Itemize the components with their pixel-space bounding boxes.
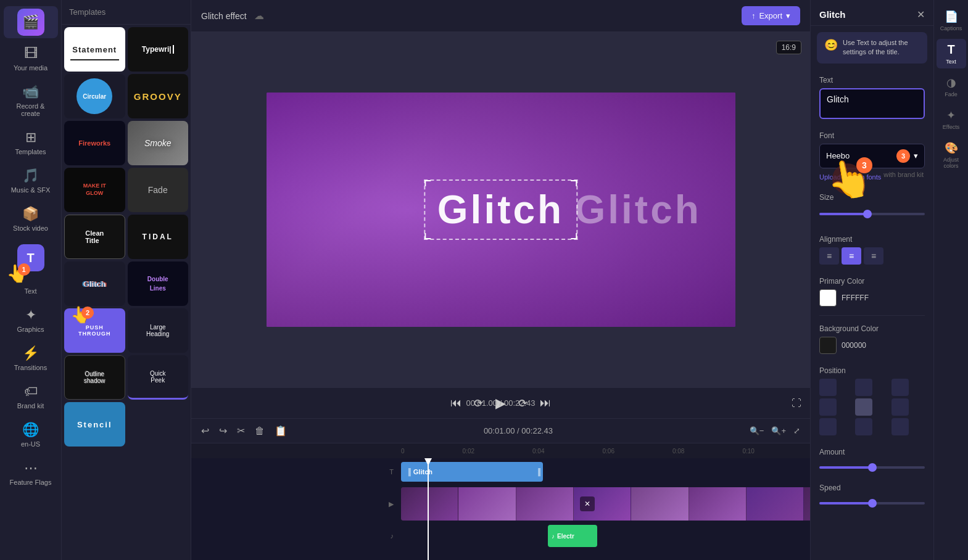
sidebar-item-language[interactable]: 🌐 en-US [4, 417, 58, 453]
copy-button[interactable]: 📋 [272, 422, 289, 439]
sidebar-item-label: Transitions [14, 364, 47, 371]
feature-flags-icon: ⋯ [24, 460, 38, 476]
ri-fade[interactable]: ◑ Fade [937, 72, 966, 101]
speed-slider[interactable] [819, 502, 925, 504]
template-stencil[interactable]: Stencil [64, 402, 125, 447]
props-bg-color-section: Background Color 000000 [811, 318, 933, 360]
pos-tl-button[interactable] [819, 379, 837, 396]
template-smoke[interactable]: Smoke [128, 121, 189, 165]
export-button[interactable]: ↑ Export ▾ [742, 6, 800, 25]
template-pushthrough[interactable]: PUSHTHROUGH [64, 308, 125, 353]
glitch-clip[interactable]: Glitch [401, 462, 543, 482]
align-center-button[interactable]: ≡ [842, 247, 861, 265]
sidebar-item-stock[interactable]: 📦 Stock video [4, 201, 58, 237]
sidebar-item-feature-flags[interactable]: ⋯ Feature Flags [4, 455, 58, 491]
audio-clip[interactable]: ♪ Electr [548, 525, 597, 547]
fullscreen-button[interactable]: ⛶ [792, 398, 801, 409]
sidebar-item-brand-kit[interactable]: 🏷 Brand kit [4, 379, 58, 414]
zoom-in-button[interactable]: 🔍+ [769, 424, 788, 438]
glitch-text-container[interactable]: Glitch [424, 179, 577, 240]
props-font-section: Font Heebo 3 ▾ Upload custom fonts with … [811, 125, 933, 187]
template-makeitglow[interactable]: MAKE ITGLOW [64, 168, 125, 212]
pos-tr-button[interactable] [891, 379, 909, 396]
template-largeheading[interactable]: LargeHeading [128, 308, 189, 353]
skip-back-button[interactable]: ⏮ [450, 397, 461, 410]
align-left-button[interactable]: ≡ [819, 247, 839, 265]
sidebar-item-logo[interactable]: 🎬 [4, 6, 58, 38]
canvas-preview: Glitch Glitch [267, 93, 735, 327]
bg-color-swatch[interactable] [819, 337, 837, 354]
skip-forward-button[interactable]: ⏭ [540, 397, 551, 410]
primary-color-label: Primary Color [819, 277, 925, 286]
zoom-out-button[interactable]: 🔍− [747, 424, 767, 438]
sidebar-item-label: Record &create [17, 102, 45, 117]
audio-clip-label: Electr [557, 533, 574, 540]
template-groovy[interactable]: GROOVY [128, 74, 189, 118]
chevron-down-icon: ▾ [786, 11, 790, 20]
size-slider[interactable] [819, 213, 925, 215]
template-typewriter[interactable]: Typewri| [128, 27, 189, 72]
sidebar-item-record[interactable]: 📹 Record &create [4, 79, 58, 122]
template-fade[interactable]: Fade [128, 168, 189, 212]
position-grid [819, 379, 925, 435]
effects-icon: ✦ [946, 109, 956, 122]
align-right-button[interactable]: ≡ [864, 247, 883, 265]
template-glitch[interactable]: Glitch 👆 2 [64, 261, 125, 306]
glitch-main-text[interactable]: Glitch [424, 179, 577, 240]
sidebar-item-label: Stock video [13, 224, 48, 232]
sidebar-item-your-media[interactable]: 🎞 Your media [4, 41, 58, 76]
pos-bc-button[interactable] [855, 418, 872, 435]
pos-tc-button[interactable] [855, 379, 872, 396]
template-doublelines[interactable]: DoubleLines [128, 261, 189, 306]
ri-captions[interactable]: 📄 Captions [937, 6, 966, 35]
cut-button[interactable]: ✂ [234, 422, 247, 439]
pos-mc-button[interactable] [855, 398, 872, 416]
template-cleantitle[interactable]: CleanTitle [64, 215, 125, 259]
playhead[interactable] [428, 458, 429, 560]
props-panel-title: Glitch [819, 9, 846, 20]
primary-color-swatch[interactable] [819, 289, 837, 307]
captions-label: Captions [940, 25, 962, 31]
template-statement[interactable]: Statement [64, 27, 125, 72]
video-strip-x-icon: ✕ [580, 496, 595, 511]
record-icon: 📹 [22, 84, 39, 100]
fade-icon: ◑ [946, 76, 956, 89]
pos-mr-button[interactable] [891, 398, 909, 416]
pos-bl-button[interactable] [819, 418, 837, 435]
graphics-icon: ✦ [25, 307, 36, 323]
effects-label: Effects [943, 124, 959, 130]
sidebar-item-transitions[interactable]: ⚡ Transitions [4, 340, 58, 376]
template-quickpeek[interactable]: QuickPeek [128, 355, 189, 400]
sidebar-item-graphics[interactable]: ✦ Graphics [4, 302, 58, 338]
font-selector[interactable]: Heebo 3 ▾ [819, 144, 925, 168]
props-close-button[interactable]: ✕ [917, 9, 925, 20]
sidebar-item-music[interactable]: 🎵 Music & SFX [4, 163, 58, 199]
video-strip[interactable]: ✕ [401, 487, 810, 521]
ri-text[interactable]: T Text [937, 39, 966, 68]
template-tidal[interactable]: TIDAL [128, 215, 189, 259]
ri-adjust-colors[interactable]: 🎨 Adjust colors [937, 138, 966, 173]
delete-button[interactable]: 🗑 [252, 423, 267, 439]
pos-br-button[interactable] [891, 418, 909, 435]
amount-slider[interactable] [819, 466, 925, 469]
redo-button[interactable]: ↪ [217, 422, 230, 439]
fade-label: Fade [945, 91, 958, 97]
text-input[interactable]: Glitch [819, 88, 925, 119]
upload-fonts-link[interactable]: Upload custom fonts [819, 173, 881, 181]
templates-grid: Statement Typewri| Circular GROOVY Firew… [62, 25, 191, 449]
sidebar-item-label: Brand kit [17, 402, 44, 410]
fit-button[interactable]: ⤢ [791, 424, 803, 438]
undo-button[interactable]: ↩ [199, 422, 212, 439]
tooltip-text: Use Text to adjust the settings of the t… [843, 38, 920, 57]
template-outlineshadow[interactable]: Outlineshadow [64, 355, 125, 400]
template-circular[interactable]: Circular [64, 74, 125, 118]
pos-ml-button[interactable] [819, 398, 837, 416]
canvas-area: Glitch Glitch 16:9 › [191, 32, 810, 387]
template-fireworks[interactable]: Fireworks [64, 121, 125, 165]
ri-effects[interactable]: ✦ Effects [937, 105, 966, 134]
templates-icon: ⊞ [25, 130, 36, 146]
sidebar-item-templates[interactable]: ⊞ Templates [4, 125, 58, 160]
font-badge: 3 [896, 149, 910, 163]
sidebar-item-text[interactable]: T 👆 1 Text [4, 239, 58, 300]
timeline-tracks: T Glitch ▶ [191, 458, 810, 560]
